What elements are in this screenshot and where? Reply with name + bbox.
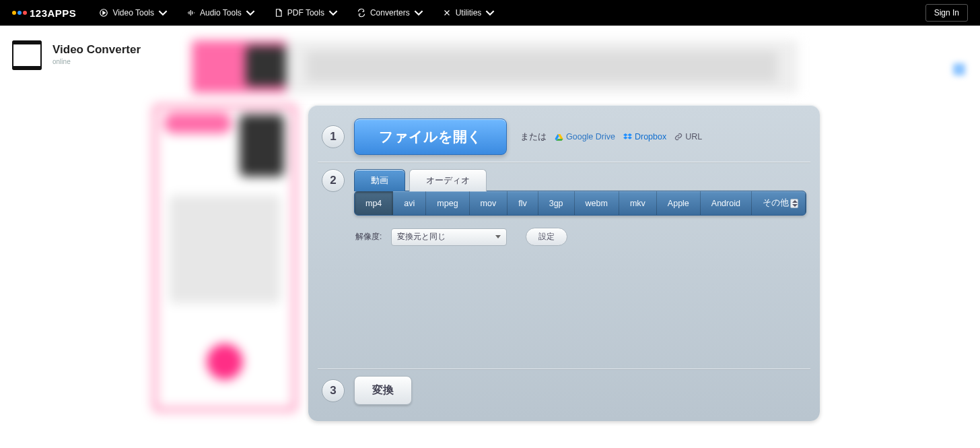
- format-mov[interactable]: mov: [470, 191, 508, 215]
- nav-label: PDF Tools: [287, 8, 324, 18]
- nav-converters[interactable]: Converters: [357, 8, 423, 18]
- chevron-down-icon: [485, 8, 495, 18]
- format-webm[interactable]: webm: [575, 191, 619, 215]
- step-badge-1: 1: [322, 125, 345, 148]
- tools-icon: [442, 8, 452, 18]
- or-label: または: [520, 131, 547, 143]
- format-apple[interactable]: Apple: [657, 191, 701, 215]
- app-subtitle: online: [53, 58, 141, 65]
- stepper-icon: [790, 199, 798, 208]
- chevron-down-icon: [328, 8, 338, 18]
- format-bar: mp4 avi mpeg mov flv 3gp webm mkv Apple …: [354, 191, 806, 216]
- ad-close-icon[interactable]: [953, 63, 965, 75]
- step-badge-3: 3: [322, 379, 345, 402]
- converter-panel: 1 ファイルを開く または Google Drive Dropbox URL: [308, 105, 820, 421]
- nav-label: Video Tools: [112, 8, 154, 18]
- format-mkv[interactable]: mkv: [619, 191, 657, 215]
- nav-video-tools[interactable]: Video Tools: [99, 8, 168, 18]
- app-icon: [12, 40, 42, 70]
- resolution-select[interactable]: 変換元と同じ: [391, 228, 507, 246]
- format-android[interactable]: Android: [701, 191, 752, 215]
- signin-button[interactable]: Sign In: [925, 4, 968, 22]
- document-icon: [274, 8, 283, 18]
- nav-pdf-tools[interactable]: PDF Tools: [274, 8, 338, 18]
- format-mp4[interactable]: mp4: [355, 191, 393, 215]
- format-other[interactable]: その他: [752, 191, 806, 215]
- google-drive-link[interactable]: Google Drive: [555, 132, 615, 141]
- play-icon: [99, 8, 108, 18]
- dropbox-link[interactable]: Dropbox: [623, 132, 666, 141]
- google-drive-icon: [555, 133, 563, 141]
- resolution-label: 解像度:: [355, 231, 382, 243]
- tab-audio[interactable]: オーディオ: [409, 169, 487, 191]
- nav-label: Converters: [370, 8, 410, 18]
- settings-button[interactable]: 設定: [526, 228, 567, 246]
- nav-menu: Video Tools Audio Tools PDF Tools Conver…: [99, 8, 495, 18]
- step-badge-2: 2: [322, 169, 345, 192]
- top-nav: 123APPS Video Tools Audio Tools PDF Tool…: [0, 0, 980, 26]
- step1-row: 1 ファイルを開く または Google Drive Dropbox URL: [318, 112, 810, 162]
- format-mpeg[interactable]: mpeg: [426, 191, 469, 215]
- chevron-down-icon: [158, 8, 168, 18]
- open-file-button[interactable]: ファイルを開く: [354, 119, 507, 155]
- format-avi[interactable]: avi: [393, 191, 426, 215]
- url-link[interactable]: URL: [674, 132, 702, 141]
- convert-icon: [357, 8, 366, 18]
- chevron-down-icon: [246, 8, 255, 18]
- nav-label: Audio Tools: [200, 8, 242, 18]
- convert-button[interactable]: 変換: [354, 376, 412, 405]
- step3-row: 3 変換: [318, 369, 810, 412]
- nav-utilities[interactable]: Utilities: [442, 8, 495, 18]
- brand-text: 123APPS: [30, 7, 76, 19]
- brand-logo[interactable]: 123APPS: [12, 7, 76, 19]
- nav-label: Utilities: [456, 8, 482, 18]
- logo-dots-icon: [12, 11, 27, 15]
- chevron-down-icon: [495, 235, 501, 238]
- format-flv[interactable]: flv: [508, 191, 538, 215]
- dropbox-icon: [623, 133, 632, 141]
- tab-video[interactable]: 動画: [354, 169, 405, 191]
- format-3gp[interactable]: 3gp: [538, 191, 575, 215]
- nav-audio-tools[interactable]: Audio Tools: [186, 8, 255, 18]
- link-icon: [674, 133, 682, 141]
- app-title: Video Converter: [53, 43, 141, 57]
- chevron-down-icon: [414, 8, 423, 18]
- step2-row: 2 動画 オーディオ mp4 avi mpeg mov flv 3gp webm…: [318, 162, 810, 369]
- top-ad-banner[interactable]: [192, 40, 798, 93]
- side-ad-banner[interactable]: [153, 105, 296, 411]
- waveform-icon: [186, 8, 196, 18]
